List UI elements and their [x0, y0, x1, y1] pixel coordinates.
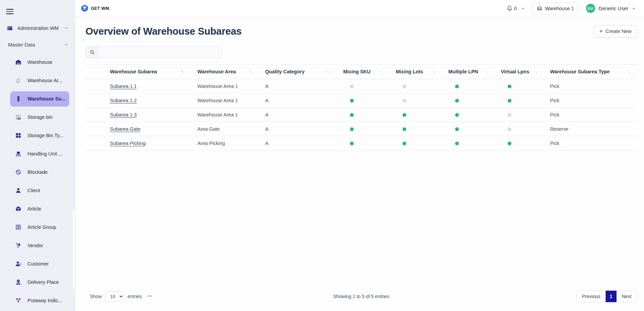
show-label: Show: [90, 294, 102, 299]
table-row: Subarea 1.1Warehouse Area 1APick: [85, 79, 637, 93]
page-size-control: Show 10 entries: [90, 291, 152, 302]
cell-virtual_lpns: [494, 93, 543, 108]
sidebar-item-label: Warehouse Ar...: [27, 78, 62, 83]
cell-warehouse_subarea_type: Reserve: [543, 122, 637, 136]
sort-icon[interactable]: ↑↓: [627, 70, 631, 74]
column-header-warehouse-subarea[interactable]: Warehouse Subarea↑↓: [85, 65, 191, 79]
sort-icon[interactable]: ↑↓: [249, 70, 252, 74]
sidebar-item-storage-bin[interactable]: Storage bin: [10, 110, 69, 125]
create-new-button[interactable]: + Create New: [594, 25, 637, 37]
status-dot-on: [350, 127, 354, 131]
search-input[interactable]: [99, 47, 222, 58]
sidebar-item-vendor[interactable]: Vendor: [10, 238, 69, 253]
cell-warehouse_subarea_type: Pick: [543, 136, 637, 150]
table-body: Subarea 1.1Warehouse Area 1APickSubarea …: [85, 79, 637, 150]
sidebar-toggle-button[interactable]: [6, 7, 14, 16]
table-search: [85, 46, 222, 58]
column-header-warehouse-area[interactable]: Warehouse Area↑↓: [191, 65, 258, 79]
sidebar-item-article[interactable]: Article: [10, 201, 69, 217]
cell-mixing_sku: [336, 136, 389, 150]
sidebar-item-label: Handling Unit ...: [27, 151, 62, 157]
bell-icon: [507, 5, 512, 11]
subarea-link[interactable]: Subarea 1.1: [110, 84, 137, 89]
status-dot-on: [403, 142, 406, 145]
sidebar-item-storage-bin-ty[interactable]: Storage Bin Ty...: [10, 128, 69, 143]
page-size-select[interactable]: 10: [105, 291, 124, 302]
sidebar-item-administration-wm[interactable]: Administration WM: [6, 22, 69, 35]
cell-warehouse_subarea: Subarea 1.3: [85, 108, 191, 122]
page-1-button[interactable]: 1: [606, 291, 617, 302]
column-label: Multiple LPN: [448, 69, 478, 74]
sidebar-scrollbar[interactable]: [73, 211, 75, 289]
table-header: Warehouse Subarea↑↓Warehouse Area↑↓Quali…: [85, 65, 637, 79]
content-spacer: [85, 150, 637, 288]
sidebar: Administration WM Master Data WarehouseW…: [0, 0, 75, 311]
storage-bin-types-icon: [15, 132, 21, 139]
status-dot-off: [508, 113, 511, 117]
notifications-button[interactable]: 0: [507, 5, 525, 11]
article-icon: [15, 206, 21, 212]
column-header-mixing-lots[interactable]: Mixing Lots↑↓: [389, 65, 442, 79]
sidebar-item-customer[interactable]: Customer: [10, 256, 69, 272]
sidebar-item-article-group[interactable]: Article Group: [10, 220, 69, 235]
table-options-button[interactable]: [147, 293, 152, 300]
sort-icon[interactable]: ↑↓: [533, 70, 537, 74]
sort-icon[interactable]: ↑↓: [484, 70, 488, 74]
delivery-place-icon: [15, 279, 21, 285]
status-dot-on: [455, 142, 459, 145]
column-header-quality-category[interactable]: Quality Category↑↓: [258, 65, 336, 79]
next-page-button[interactable]: Next: [617, 291, 637, 302]
status-dot-on: [403, 113, 406, 117]
sidebar-item-blockade[interactable]: Blockade: [10, 165, 69, 180]
sidebar-item-delivery-place[interactable]: Delivery Place: [10, 275, 69, 290]
warehouse-selector-button[interactable]: Warehouse 1: [532, 3, 579, 14]
cell-mixing_sku: [336, 79, 389, 93]
cell-mixing_lots: [389, 122, 442, 136]
sidebar-item-label: Article Group: [27, 224, 56, 230]
sidebar-item-warehouse-ar[interactable]: Warehouse Ar...: [10, 73, 69, 88]
cell-mixing_lots: [389, 108, 442, 122]
cell-virtual_lpns: [494, 122, 543, 136]
status-dot-on: [350, 142, 354, 145]
cell-warehouse_subarea: Subarea Gate: [85, 122, 191, 136]
warehouse-icon: [15, 59, 21, 65]
sidebar-item-client[interactable]: Client: [10, 183, 69, 198]
cell-virtual_lpns: [494, 136, 543, 150]
blockade-icon: [15, 169, 21, 175]
top-bar-right: 0 Warehouse 1 GU Generic User: [507, 3, 636, 14]
sidebar-section-master-data[interactable]: Master Data: [6, 39, 69, 50]
previous-page-button[interactable]: Previous: [577, 291, 606, 302]
cell-quality_category: A: [258, 122, 336, 136]
column-header-multiple-lpn[interactable]: Multiple LPN↑↓: [442, 65, 494, 79]
sidebar-item-putaway-indic[interactable]: Putaway Indic...: [10, 293, 69, 308]
cell-virtual_lpns: [494, 108, 543, 122]
status-dot-on: [508, 99, 511, 103]
cell-mixing_lots: [389, 79, 442, 93]
column-label: Mixing SKU: [343, 69, 371, 74]
vendor-icon: [15, 242, 21, 249]
sidebar-item-warehouse[interactable]: Warehouse: [10, 55, 69, 70]
top-bar: GET WM. 0 Warehouse 1 GU Generic User: [75, 0, 644, 17]
subarea-link[interactable]: Subarea 1.2: [110, 98, 137, 103]
sort-icon[interactable]: ↑↓: [181, 70, 184, 74]
warehouse-selector-label: Warehouse 1: [545, 6, 574, 11]
entries-summary: Showing 1 to 5 of 5 entries: [85, 294, 637, 299]
app-logo[interactable]: GET WM.: [81, 4, 111, 12]
subarea-link[interactable]: Subarea 1.3: [110, 112, 137, 117]
page-title: Overview of Warehouse Subareas: [85, 26, 241, 37]
column-header-mixing-sku[interactable]: Mixing SKU↑↓: [336, 65, 389, 79]
sort-icon[interactable]: ↑↓: [379, 70, 383, 74]
cell-warehouse_area: Warehouse Area 1: [191, 108, 258, 122]
column-label: Warehouse Subarea Type: [550, 69, 610, 74]
sort-icon[interactable]: ↑↓: [327, 70, 330, 74]
user-menu-button[interactable]: GU Generic User: [586, 4, 636, 13]
subarea-link[interactable]: Subarea Gate: [110, 126, 140, 132]
sidebar-item-handling-unit[interactable]: Handling Unit ...: [10, 146, 69, 162]
column-header-virtual-lpns[interactable]: Virtual Lpns↑↓: [494, 65, 543, 79]
sidebar-item-warehouse-su[interactable]: Warehouse Su...: [10, 91, 69, 107]
sort-icon[interactable]: ↑↓: [432, 70, 435, 74]
cell-warehouse_area: Area Gate: [191, 122, 258, 136]
table-row: Subarea 1.3Warehouse Area 1APick: [85, 108, 637, 122]
column-header-warehouse-subarea-type[interactable]: Warehouse Subarea Type↑↓: [543, 65, 637, 79]
subarea-link[interactable]: Subarea Picking: [110, 141, 146, 146]
